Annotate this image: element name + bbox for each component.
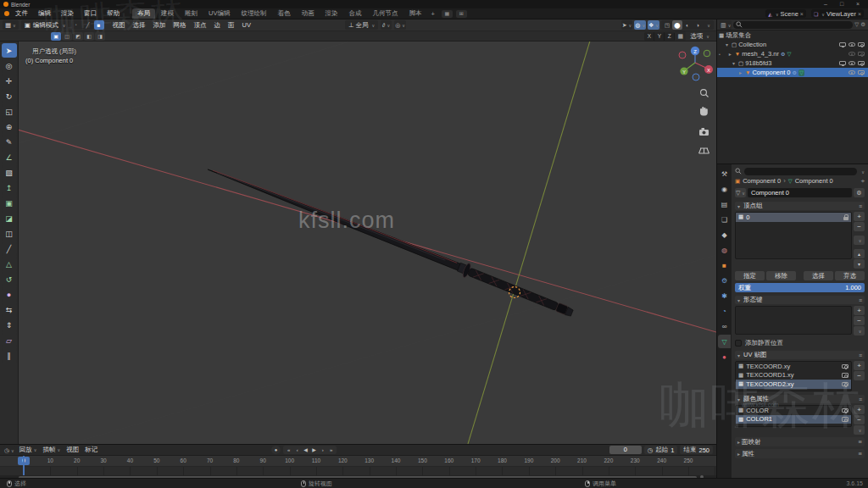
exclude-viewlayer-icon[interactable]	[839, 42, 846, 47]
toolbar-tool-button[interactable]: ∠	[2, 150, 17, 164]
toolbar-tool-button[interactable]: ✎	[2, 135, 17, 149]
hide-viewport-icon[interactable]	[849, 42, 855, 47]
viewlayer-unlink-icon[interactable]: ×	[858, 11, 861, 17]
exclude-viewlayer-icon[interactable]	[839, 61, 846, 65]
rendered-shading-icon[interactable]: ◑	[693, 20, 703, 30]
toolbar-tool-button[interactable]: ◎	[2, 58, 17, 73]
toolbar-tool-button[interactable]: ▱	[2, 333, 17, 347]
proportional-edit-icon[interactable]: ◎	[394, 20, 406, 30]
fake-user-icon[interactable]: ⚙	[854, 188, 865, 197]
view-menu[interactable]: 视图	[64, 446, 81, 454]
add-uv-map-button[interactable]	[854, 361, 865, 370]
options-dropdown[interactable]: 选项	[690, 32, 709, 41]
window-layout-icon[interactable]: ▦	[442, 10, 453, 18]
deselect-button[interactable]: 弃选	[835, 271, 865, 280]
toolbar-tool-button[interactable]: ∥	[2, 348, 17, 363]
snap-settings-icon[interactable]: ▦	[675, 31, 686, 41]
workspace-tab[interactable]: 脚本	[403, 8, 426, 19]
shape-key-specials-button[interactable]	[854, 326, 865, 336]
toolbar-tool-button[interactable]: △	[2, 257, 17, 271]
add-workspace-button[interactable]: +	[427, 10, 437, 18]
add-shape-key-button[interactable]	[854, 306, 865, 315]
move-down-button[interactable]	[854, 259, 865, 269]
jump-to-end-icon[interactable]: »	[327, 446, 335, 454]
vertex-groups-panel-header[interactable]: 顶点组	[735, 202, 865, 210]
solid-shading-icon[interactable]: ⬤	[672, 20, 682, 30]
play-reverse-icon[interactable]: ◀	[302, 446, 309, 454]
datablock-name-field[interactable]: Component 0	[748, 188, 852, 197]
snap-magnet-icon[interactable]: ∂	[381, 20, 392, 30]
remove-shape-key-button[interactable]	[854, 316, 865, 325]
uv-maps-panel-header[interactable]: UV 贴图	[735, 351, 865, 359]
outliner-row-collection[interactable]: ▢ Collection	[717, 40, 868, 49]
workspace-tab[interactable]: 纹理绘制	[236, 8, 271, 19]
render-active-icon[interactable]	[842, 364, 849, 369]
editor-type-button[interactable]: ▦	[3, 20, 19, 30]
properties-tab[interactable]: ◔	[718, 304, 731, 318]
expand-arrow-icon[interactable]	[732, 59, 737, 67]
viewport[interactable]: Z X Y 用户透	[19, 42, 716, 444]
toolbar-tool-button[interactable]: ◫	[2, 226, 17, 241]
properties-search-input[interactable]	[744, 168, 857, 175]
pin-icon[interactable]: ⌖	[861, 177, 865, 186]
timeline-ruler[interactable]: 0 10 20 30 40 50 60 70 80 90 100 11	[0, 456, 716, 467]
disable-render-icon[interactable]	[858, 42, 865, 47]
properties-tab[interactable]: ∞	[718, 319, 731, 333]
outliner-editor-type-icon[interactable]: ▥	[720, 20, 732, 30]
panel-menu-icon[interactable]	[859, 297, 862, 303]
properties-tab[interactable]: ⚙	[718, 274, 731, 287]
properties-tab[interactable]: ▤	[718, 197, 731, 211]
outliner-row-component[interactable]: ▼ Component 0 ⚙ ▽	[717, 68, 868, 77]
remove-vertex-group-button[interactable]	[854, 222, 865, 231]
viewport-menu[interactable]: 边	[211, 21, 225, 30]
toolbar-tool-button[interactable]: ▣	[2, 196, 17, 210]
weight-slider[interactable]: 权重 1.000	[735, 283, 865, 292]
auto-key-record-icon[interactable]: ●	[271, 446, 281, 454]
filter-icon[interactable]: ▽	[854, 21, 859, 28]
toolbar-tool-button[interactable]: ↥	[2, 180, 17, 195]
mirror-axis-toggle[interactable]: X	[644, 32, 654, 41]
toolbar-tool-button[interactable]: ◱	[2, 104, 17, 119]
outliner-search-input[interactable]	[733, 21, 853, 29]
disable-render-icon[interactable]	[858, 61, 865, 66]
disable-render-icon[interactable]	[858, 52, 865, 57]
mirror-axis-toggle[interactable]: Z	[665, 32, 675, 41]
properties-tab[interactable]: ●	[718, 350, 731, 363]
gizmo-y-neg[interactable]	[704, 50, 710, 57]
viewlayer-dropdown-arrow[interactable]	[820, 10, 825, 18]
rest-position-checkbox[interactable]	[735, 340, 742, 347]
panel-menu-icon[interactable]	[859, 352, 862, 358]
outliner-row-mesh[interactable]: • ▼ mesh_4_3.nr ⚙ ▽	[717, 49, 868, 58]
show-overlays-icon[interactable]: ◍	[634, 20, 646, 30]
expand-arrow-icon[interactable]	[739, 69, 743, 76]
workspace-tab[interactable]: 着色	[272, 8, 295, 19]
next-keyframe-icon[interactable]: ›	[319, 446, 326, 454]
minimize-button[interactable]: –	[819, 0, 832, 8]
scene-dropdown-arrow[interactable]	[774, 10, 779, 18]
expand-arrow-icon[interactable]	[726, 41, 730, 48]
toolbar-tool-button[interactable]: ↻	[2, 89, 17, 103]
menubar-menu[interactable]: 文件	[11, 9, 32, 18]
mirror-axis-toggle[interactable]: Y	[654, 32, 665, 41]
data-browse-button[interactable]: ▽	[735, 188, 746, 197]
workspace-tab[interactable]: 渲染	[320, 8, 342, 19]
assign-button[interactable]: 指定	[735, 271, 765, 280]
viewport-menu[interactable]: UV	[239, 21, 254, 30]
viewport-menu[interactable]: 面	[225, 21, 238, 30]
current-frame-field[interactable]: 0	[609, 446, 642, 454]
viewport-menu[interactable]: 顶点	[191, 21, 210, 30]
vertex-group-specials-button[interactable]	[854, 236, 865, 245]
show-gizmo-icon[interactable]: ➤	[621, 20, 633, 30]
select-button[interactable]: 选择	[804, 271, 833, 280]
toolbar-tool-button[interactable]: ╱	[2, 241, 17, 256]
workspace-tab[interactable]: 几何节点	[367, 8, 403, 19]
hide-viewport-icon[interactable]	[849, 61, 855, 65]
camera-view-icon[interactable]	[699, 128, 709, 136]
properties-tab[interactable]: ❏	[718, 213, 731, 226]
transform-orientation-dropdown[interactable]: ⊥ 全局	[345, 20, 378, 30]
toolbar-tool-button[interactable]: ✛	[2, 74, 17, 88]
marker-menu[interactable]: 标记	[83, 446, 99, 454]
keying-menu[interactable]: 插帧	[41, 446, 62, 454]
properties-filter-arrow[interactable]	[860, 168, 865, 175]
properties-tab[interactable]: ⚒	[718, 167, 731, 180]
